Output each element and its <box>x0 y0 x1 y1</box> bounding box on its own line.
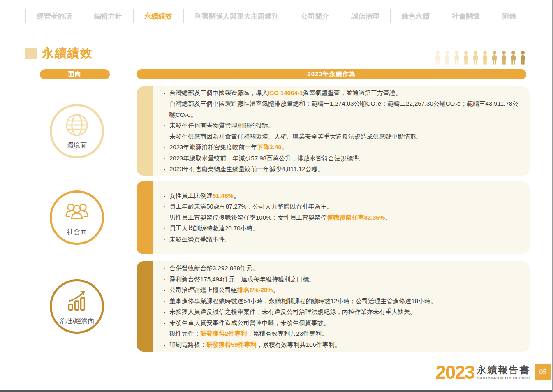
content-block-governance: ·合併營收新台幣3,292,888仟元。·淨利新台幣175,494仟元，達成每年… <box>137 261 530 352</box>
person-icon <box>482 49 488 66</box>
aspect-circle-environment: 環境面 <box>50 104 104 158</box>
bullet-text: 公司治理評鑑上櫃公司組排名6%-20%。 <box>169 285 519 296</box>
bullet-text: 合併營收新台幣3,292,888仟元。 <box>169 263 519 274</box>
bullet-dot: · <box>164 285 169 296</box>
nav-tab-公司簡介[interactable]: 公司簡介 <box>290 12 340 21</box>
bullet-dot: · <box>164 131 169 142</box>
sections-container: 環境面·台灣總部及三個中國製造廠區，導入ISO 14064-1溫室氣體盤查，並通… <box>25 86 530 352</box>
aspect-label-governance: 治理/經濟面 <box>60 317 94 325</box>
bullet-dot: · <box>164 142 169 153</box>
bullet-dot: · <box>164 190 169 202</box>
section-environment: 環境面·台灣總部及三個中國製造廠區，導入ISO 14064-1溫室氣體盤查，並通… <box>25 86 530 176</box>
nav-tab-附錄[interactable]: 附錄 <box>491 12 528 21</box>
bullet-text: 女性員工比例達51.48%。 <box>169 190 519 202</box>
nav-tab-誠信治理[interactable]: 誠信治理 <box>340 12 390 21</box>
highlighted-text: 51.48% <box>213 192 234 199</box>
bullet-dot: · <box>164 223 169 234</box>
person-icon <box>520 49 526 66</box>
bullet-dot: · <box>164 306 169 318</box>
bullet-text: 磁性元件：研發獲得2件專利，累積有效專利共23件專利。 <box>169 328 519 339</box>
bullet-dot: · <box>164 98 169 120</box>
people-icons-row <box>435 49 526 66</box>
bullet-item: ·2023年有害廢棄物產生總量較前一年減少4,811.12公噸。 <box>164 164 519 175</box>
bullet-item: ·未發生勞資爭議事件。 <box>164 234 519 245</box>
bullet-text: 未發生重大資安事件造成公司營運中斷；未發生個資事故。 <box>169 318 519 329</box>
accent-bar-environment <box>137 86 153 176</box>
nav-tab-利害關係人與重大主題鑑別[interactable]: 利害關係人與重大主題鑑別 <box>184 12 290 21</box>
aspect-column-social: 社會面 <box>25 190 137 245</box>
globe-icon <box>64 112 90 139</box>
bullet-item: ·員工年齡未滿50歲占87.27%，公司人力整體以青壯年為主。 <box>164 201 519 212</box>
bullet-item: ·未發生任何有害物質管理相關的投訴。 <box>164 120 519 131</box>
bullet-text: 員工人均訓練時數達20.70小時。 <box>169 223 519 234</box>
footer-brand: 永續報告書 SUSTAINABILITY REPORT <box>477 364 531 380</box>
bullet-dot: · <box>164 234 169 245</box>
person-icon <box>444 49 450 66</box>
bottom-bar <box>0 390 552 392</box>
people-icon <box>64 199 90 226</box>
footer-year: 2023 <box>435 364 474 381</box>
highlighted-text: 排名6%-20% <box>237 286 273 293</box>
bullet-item: ·公司治理評鑑上櫃公司組排名6%-20%。 <box>164 285 519 296</box>
bullet-dot: · <box>164 263 169 274</box>
aspect-header-pill: 面向 <box>40 69 110 79</box>
content-block-social: ·女性員工比例達51.48%。·員工年齡未滿50歲占87.27%，公司人力整體以… <box>137 181 530 254</box>
highlighted-text: 研發獲得2件專利 <box>200 330 247 337</box>
person-icon <box>510 49 516 66</box>
bullet-item: ·未發生重大資安事件造成公司營運中斷；未發生個資事故。 <box>164 318 519 329</box>
bullet-text: 未接獲人員違反誠信之檢舉案件；未有違反公司治理法規紀錄；內控作業亦未有重大缺失。 <box>169 306 519 318</box>
bullet-item: ·印刷電路板：研發獲得59件專利，累積有效專利共106件專利。 <box>164 339 519 350</box>
accent-bar-governance <box>137 261 153 352</box>
bullet-text: 員工年齡未滿50歲占87.27%，公司人力整體以青壯年為主。 <box>169 201 519 212</box>
aspect-label-environment: 環境面 <box>67 141 87 150</box>
top-navigation: 經營者的話編輯方針永續績效利害關係人與重大主題鑑別公司簡介誠信治理綠色永續社會關… <box>25 9 528 23</box>
nav-tab-社會關懷[interactable]: 社會關懷 <box>441 12 491 21</box>
bullet-text: 2023年能源消耗密集度較前一年下降2.40。 <box>169 142 519 153</box>
bullet-text: 男性員工育嬰留停復職後留任率100%；女性員工育嬰留停復職後留任率82.35%。 <box>169 212 519 223</box>
bullet-dot: · <box>164 339 169 350</box>
nav-tab-永續績效[interactable]: 永續績效 <box>133 12 183 21</box>
nav-tab-編輯方針[interactable]: 編輯方針 <box>83 12 133 21</box>
aspect-column-governance: 治理/經濟面 <box>25 279 137 334</box>
bullet-text: 淨利新台幣175,494仟元，達成每年維持獲利之目標。 <box>169 274 519 285</box>
highlighted-text: 研發獲得59件專利 <box>206 341 257 348</box>
bullet-dot: · <box>164 153 169 164</box>
nav-tab-經營者的話[interactable]: 經營者的話 <box>25 12 83 21</box>
bullet-item: ·未接獲人員違反誠信之檢舉案件；未有違反公司治理法規紀錄；內控作業亦未有重大缺失… <box>164 306 519 318</box>
person-icon <box>472 49 479 66</box>
page-number-badge: 05 <box>535 364 551 380</box>
bullet-dot: · <box>164 88 169 99</box>
bullet-text: 2023年總取水量較前一年減少57.98百萬公升，排放水皆符合法規標準。 <box>169 153 519 164</box>
bullet-list-governance: ·合併營收新台幣3,292,888仟元。·淨利新台幣175,494仟元，達成每年… <box>153 261 530 352</box>
accent-bar-social <box>137 181 153 254</box>
title-accent-square <box>25 48 37 59</box>
bullet-item: ·淨利新台幣175,494仟元，達成每年維持獲利之目標。 <box>164 274 519 285</box>
bullet-dot: · <box>164 328 169 339</box>
section-social: 社會面·女性員工比例達51.48%。·員工年齡未滿50歲占87.27%，公司人力… <box>25 181 530 254</box>
bullet-item: ·磁性元件：研發獲得2件專利，累積有效專利共23件專利。 <box>164 328 519 339</box>
bullet-dot: · <box>164 201 169 212</box>
bullet-item: ·女性員工比例達51.48%。 <box>164 190 519 202</box>
footer-report-subtitle: SUSTAINABILITY REPORT <box>477 376 531 380</box>
footer-report-title: 永續報告書 <box>477 365 531 375</box>
aspect-column-environment: 環境面 <box>25 104 137 158</box>
person-icon <box>454 49 460 66</box>
section-governance: 治理/經濟面·合併營收新台幣3,292,888仟元。·淨利新台幣175,494仟… <box>25 261 530 352</box>
bullet-item: ·董事進修專業課程總時數達54小時，永續相關課程的總時數12小時；公司治理主管進… <box>164 296 519 307</box>
actions-header-pill: 2023年永續作為 <box>137 69 526 79</box>
bullet-item: ·台灣總部及三個中國製造廠區，導入ISO 14064-1溫室氣體盤查，並通過第三… <box>164 88 519 99</box>
bullet-item: ·合併營收新台幣3,292,888仟元。 <box>164 263 519 274</box>
bullet-text: 未發生任何有害物質管理相關的投訴。 <box>169 120 519 131</box>
nav-tab-綠色永續[interactable]: 綠色永續 <box>391 12 441 21</box>
report-footer: 2023 永續報告書 SUSTAINABILITY REPORT 05 <box>435 364 551 381</box>
bullet-text: 未發生供應商因為社會責任相關環境、人權、職業安全等重大違反法規造成供應鏈中斷情形… <box>169 131 519 142</box>
bullet-text: 董事進修專業課程總時數達54小時，永續相關課程的總時數12小時；公司治理主管進修… <box>169 296 519 307</box>
bullet-item: ·台灣總部及三個中國製造廠區溫室氣體排放量總和：範疇一1,274.03公噸CO₂… <box>164 98 519 120</box>
bullet-dot: · <box>164 164 169 175</box>
title-bar: 永續績效 <box>25 45 93 62</box>
aspect-circle-social: 社會面 <box>50 190 104 245</box>
bullet-dot: · <box>164 212 169 223</box>
bullet-item: ·未發生供應商因為社會責任相關環境、人權、職業安全等重大違反法規造成供應鏈中斷情… <box>164 131 519 142</box>
highlighted-text: 復職後留任率82.35% <box>327 214 385 221</box>
bullet-item: ·員工人均訓練時數達20.70小時。 <box>164 223 519 234</box>
